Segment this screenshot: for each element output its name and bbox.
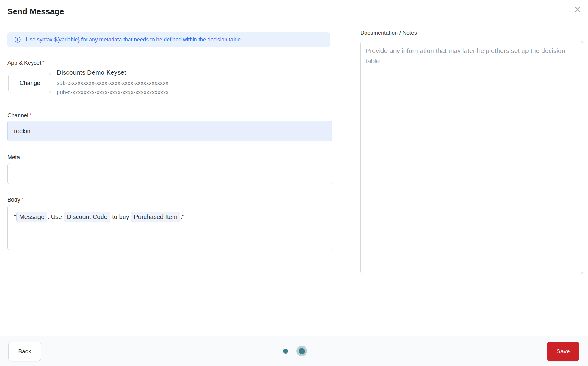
keyset-name: Discounts Demo Keyset: [57, 69, 126, 76]
notes-textarea[interactable]: [360, 41, 583, 274]
channel-label: Channel*: [7, 112, 31, 119]
info-banner: Use syntax ${variable} for any metadata …: [7, 32, 330, 47]
body-variable-chip[interactable]: Discount Code: [64, 212, 110, 222]
body-variable-chip[interactable]: Message: [16, 212, 47, 222]
change-keyset-button[interactable]: Change: [8, 73, 51, 93]
channel-label-text: Channel: [7, 112, 28, 119]
app-keyset-label: App & Keyset*: [7, 59, 44, 66]
meta-label-text: Meta: [7, 154, 20, 160]
back-button[interactable]: Back: [8, 342, 41, 361]
body-variable-chip[interactable]: Purchased Item: [131, 212, 180, 222]
subscribe-key: sub-c-xxxxxxxx-xxxx-xxxx-xxxx-xxxxxxxxxx…: [57, 80, 168, 86]
meta-label: Meta: [7, 154, 20, 161]
channel-input[interactable]: [7, 121, 332, 141]
required-asterisk: *: [21, 196, 23, 202]
footer-bar: [0, 336, 588, 366]
save-button[interactable]: Save: [547, 342, 579, 361]
info-icon: [14, 36, 21, 43]
meta-input[interactable]: [7, 163, 332, 184]
info-banner-text: Use syntax ${variable} for any metadata …: [26, 37, 241, 43]
dialog-title: Send Message: [7, 7, 64, 16]
required-asterisk: *: [29, 112, 31, 117]
body-text-segment: to buy: [111, 213, 131, 220]
required-asterisk: *: [42, 59, 44, 65]
close-icon[interactable]: [572, 4, 583, 15]
app-keyset-label-text: App & Keyset: [7, 60, 41, 66]
notes-label: Documentation / Notes: [360, 30, 417, 36]
send-message-dialog: Send Message Use syntax ${variable} for …: [0, 0, 588, 366]
body-text-segment: .": [180, 213, 184, 220]
body-editor[interactable]: "Message. Use Discount Code to buy Purch…: [7, 205, 332, 250]
body-text-segment: ": [14, 213, 16, 220]
body-label: Body*: [7, 196, 23, 203]
body-text-segment: . Use: [47, 213, 64, 220]
publish-key: pub-c-xxxxxxxx-xxxx-xxxx-xxxx-xxxxxxxxxx…: [57, 89, 169, 96]
close-x-glyph: [573, 5, 581, 13]
body-label-text: Body: [7, 197, 20, 203]
